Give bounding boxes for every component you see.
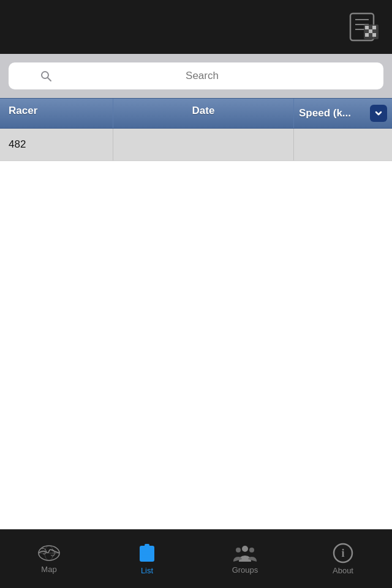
list-icon [137, 543, 157, 564]
search-input-wrapper[interactable] [9, 62, 383, 89]
svg-rect-6 [369, 26, 372, 29]
search-bar-container [0, 54, 392, 98]
svg-rect-8 [365, 29, 369, 33]
groups-icon [233, 543, 257, 563]
tab-groups-label: Groups [232, 565, 258, 575]
svg-text:i: i [341, 547, 344, 559]
table-row[interactable]: 482 [0, 129, 392, 161]
top-bar [0, 0, 392, 54]
app-logo-icon [348, 10, 382, 44]
tab-groups[interactable]: Groups [196, 530, 294, 588]
svg-rect-11 [365, 33, 369, 37]
sort-arrow-icon[interactable] [370, 105, 387, 122]
column-header-speed[interactable]: Speed (k... [294, 99, 392, 128]
map-icon [37, 544, 61, 562]
svg-point-24 [242, 546, 248, 552]
svg-rect-21 [142, 550, 152, 552]
tab-about-label: About [333, 566, 353, 575]
tab-list[interactable]: List [98, 530, 196, 588]
cell-date [113, 129, 294, 160]
main-content-area [0, 161, 392, 530]
tab-list-label: List [141, 566, 153, 575]
tab-map[interactable]: Map [0, 530, 98, 588]
svg-rect-22 [142, 553, 152, 555]
search-icon [40, 70, 52, 82]
svg-rect-9 [369, 29, 372, 33]
svg-line-15 [48, 78, 51, 81]
svg-rect-5 [365, 26, 369, 29]
svg-rect-20 [145, 544, 149, 548]
table-header: Racer Date Speed (k... [0, 98, 392, 129]
tab-map-label: Map [41, 565, 56, 574]
svg-rect-23 [142, 556, 148, 558]
svg-rect-13 [372, 33, 376, 37]
cell-speed [294, 129, 392, 160]
about-icon: i [333, 543, 353, 564]
svg-point-26 [249, 548, 254, 552]
svg-rect-10 [372, 29, 376, 33]
column-header-racer: Racer [0, 99, 113, 128]
tab-bar: Map List [0, 529, 392, 588]
column-header-date: Date [113, 99, 294, 128]
search-input[interactable] [52, 70, 352, 82]
svg-point-25 [236, 548, 241, 552]
svg-rect-12 [369, 33, 372, 37]
svg-rect-7 [372, 26, 376, 29]
tab-about[interactable]: i About [294, 530, 392, 588]
cell-racer: 482 [0, 129, 113, 160]
speed-label: Speed (k... [299, 107, 351, 119]
